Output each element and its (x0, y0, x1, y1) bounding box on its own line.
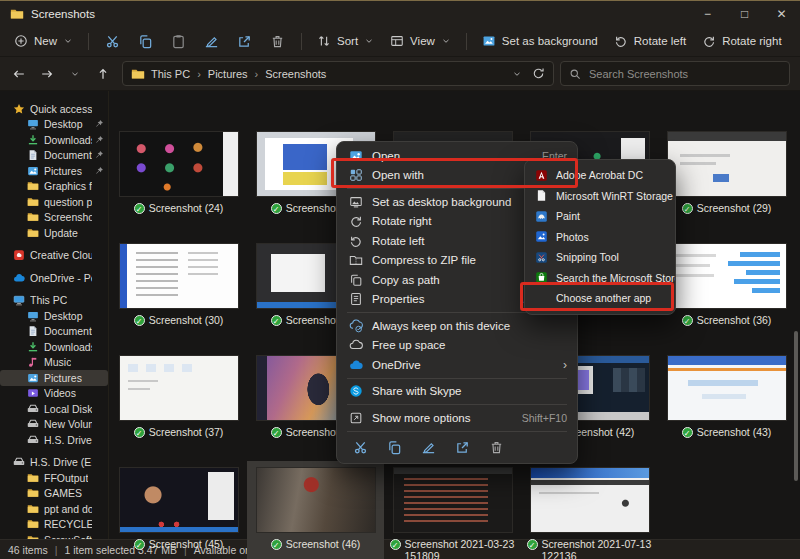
delete-button[interactable] (489, 440, 504, 455)
rotate-right-button[interactable]: Rotate right (694, 30, 789, 52)
maximize-button[interactable]: □ (726, 1, 763, 26)
sort-button[interactable]: Sort (309, 30, 382, 52)
open-with-item-search-the-microsoft-store[interactable]: Search the Microsoft Store (525, 268, 675, 289)
menu-separator (347, 378, 567, 379)
sidebar-item-quick-access[interactable]: Quick access (0, 101, 108, 117)
sidebar-item-onedrive-person[interactable]: OneDrive - Person (0, 270, 108, 286)
sidebar-item-documents[interactable]: Documents (0, 324, 108, 340)
sidebar-item-new-volume-d[interactable]: New Volume (D: (0, 417, 108, 433)
context-menu-item-onedrive[interactable]: OneDrive› (337, 355, 577, 375)
sidebar-item-h-s-drive-e[interactable]: H.S. Drive (E:) (0, 432, 108, 448)
share-button[interactable] (455, 440, 470, 455)
folder-icon (27, 227, 39, 239)
content-scrollbar[interactable] (794, 331, 798, 481)
sidebar-item-videos[interactable]: Videos (0, 386, 108, 402)
search-input[interactable] (587, 67, 781, 81)
back-button[interactable] (6, 62, 32, 86)
sidebar-item-this-pc[interactable]: This PC (0, 293, 108, 309)
sidebar-item-update[interactable]: Update (0, 225, 108, 241)
breadcrumb-item-this-pc[interactable]: This PC (151, 68, 190, 80)
rename-button[interactable] (195, 30, 228, 53)
file-screenshot-43[interactable]: ✓Screenshot (43) (658, 349, 795, 461)
copy-button[interactable] (387, 440, 402, 455)
sidebar-item-ffoutput[interactable]: FFOutput (0, 470, 108, 486)
file-thumbnail[interactable] (393, 467, 513, 533)
sidebar-item-ppt-and-docum[interactable]: ppt and docum (0, 501, 108, 517)
file-screenshot-29[interactable]: ✓Screenshot (29) (658, 125, 795, 237)
file-thumbnail[interactable] (530, 467, 650, 533)
breadcrumb-item-screenshots[interactable]: Screenshots (265, 68, 326, 80)
close-button[interactable]: ✕ (763, 1, 800, 26)
open-with-item-snipping-tool[interactable]: Snipping Tool (525, 247, 675, 268)
cut-button[interactable] (353, 440, 368, 455)
file-screenshot-45[interactable]: ✓Screenshot (45) (110, 461, 247, 559)
sidebar-item-creative-cloud-fil[interactable]: Creative Cloud Fil (0, 248, 108, 264)
recent-locations-button[interactable] (62, 62, 88, 86)
view-button[interactable]: View (382, 30, 459, 52)
minimize-button[interactable]: − (689, 1, 726, 26)
paste-button[interactable] (162, 30, 195, 53)
context-menu-item-share-with-skype[interactable]: Share with Skype (337, 382, 577, 402)
sidebar-item-desktop[interactable]: Desktop (0, 308, 108, 324)
sidebar-item-pictures[interactable]: Pictures (0, 163, 108, 179)
sidebar-item-recycler[interactable]: RECYCLER (0, 517, 108, 533)
more-toolbar-button[interactable] (790, 30, 800, 52)
delete-button[interactable] (261, 30, 294, 53)
context-menu-item-show-more-options[interactable]: Show more optionsShift+F10 (337, 408, 577, 428)
sidebar-item-music[interactable]: Music (0, 355, 108, 371)
open-with-item-microsoft-winrt-storage-api[interactable]: Microsoft WinRT Storage API (525, 186, 675, 207)
open-with-item-adobe-acrobat-dc[interactable]: Adobe Acrobat DC (525, 165, 675, 186)
sidebar-item-graphics-for-af[interactable]: Graphics for AF (0, 179, 108, 195)
file-thumbnail[interactable] (667, 131, 787, 197)
sidebar-item-downloads[interactable]: Downloads (0, 339, 108, 355)
up-button[interactable] (90, 62, 116, 86)
file-thumbnail[interactable] (667, 467, 787, 533)
new-button[interactable]: New (6, 30, 81, 52)
open-with-item-paint[interactable]: Paint (525, 206, 675, 227)
file-thumbnail[interactable] (119, 467, 239, 533)
file-thumbnail[interactable] (667, 355, 787, 421)
sidebar-item-games[interactable]: GAMES (0, 486, 108, 502)
sidebar-item-pictures[interactable]: Pictures (0, 370, 108, 386)
drive-icon (27, 418, 39, 430)
file-thumbnail[interactable] (119, 355, 239, 421)
cut-button[interactable] (96, 30, 129, 53)
breadcrumb-item-pictures[interactable]: Pictures (208, 68, 248, 80)
file-screenshot-37[interactable]: ✓Screenshot (37) (110, 349, 247, 461)
sidebar-item-question-papers[interactable]: question papers (0, 194, 108, 210)
refresh-icon[interactable] (532, 67, 545, 80)
copy-button[interactable] (129, 30, 162, 53)
file-screenshot-30[interactable]: ✓Screenshot (30) (110, 237, 247, 349)
sidebar-item-screwsoft-rar-f[interactable]: ScrewSoft RAR F (0, 532, 108, 539)
file-screenshot-36[interactable]: ✓Screenshot (36) (658, 237, 795, 349)
address-dropdown-icon[interactable] (512, 69, 522, 79)
context-menu-item-always-keep-on-this-device[interactable]: Always keep on this device (337, 316, 577, 336)
window-controls: − □ ✕ (689, 1, 800, 26)
open-with-item-choose-another-app[interactable]: Choose another app (525, 288, 675, 309)
paste-icon (171, 34, 186, 49)
open-with-item-photos[interactable]: Photos (525, 227, 675, 248)
rotate-left-button[interactable]: Rotate left (606, 30, 694, 52)
share-button[interactable] (228, 30, 261, 53)
sidebar-item-screenshots[interactable]: Screenshots (0, 210, 108, 226)
file-screenshot-24[interactable]: ✓Screenshot (24) (110, 125, 247, 237)
context-menu-item-free-up-space[interactable]: Free up space (337, 336, 577, 356)
sidebar-item-h-s-drive-e[interactable]: H.S. Drive (E:) (0, 455, 108, 471)
file-thumbnail[interactable] (119, 243, 239, 309)
rename-button[interactable] (421, 440, 436, 455)
forward-button[interactable] (34, 62, 60, 86)
file-screenshot-2021-03-23-151809[interactable]: ✓Screenshot 2021-03-23 151809 (384, 461, 521, 559)
search-box[interactable] (560, 61, 790, 86)
file-thumbnail[interactable] (256, 467, 376, 533)
file-thumbnail[interactable] (119, 131, 239, 197)
set-as-background-button[interactable]: Set as background (474, 30, 606, 52)
address-bar[interactable]: This PC›Pictures›Screenshots (122, 61, 554, 86)
file-screenshot-2021-07-13-122136[interactable]: ✓Screenshot 2021-07-13 122136 (521, 461, 658, 559)
sidebar-item-documents[interactable]: Documents (0, 148, 108, 164)
sidebar-item-label: Downloads (44, 134, 92, 146)
sidebar-item-desktop[interactable]: Desktop (0, 117, 108, 133)
file-thumbnail[interactable] (667, 243, 787, 309)
sidebar-item-local-disk-c[interactable]: Local Disk (C:) (0, 401, 108, 417)
sidebar-item-downloads[interactable]: Downloads (0, 132, 108, 148)
file-screenshot-46[interactable]: ✓Screenshot (46) (247, 461, 384, 559)
